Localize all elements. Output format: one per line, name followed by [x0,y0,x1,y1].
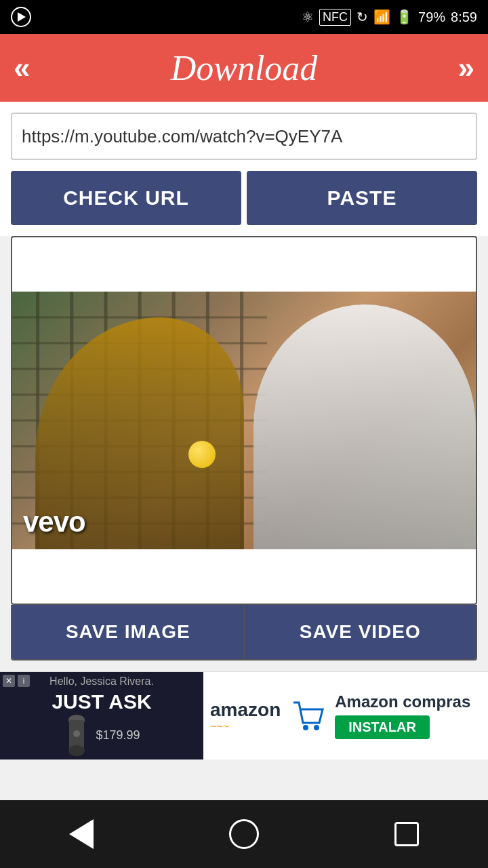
status-bar-left [11,7,31,27]
navigation-bar [0,800,488,868]
back-arrow-icon [69,819,94,849]
battery-percent: 79% [418,9,445,25]
save-video-button[interactable]: SAVE VIDEO [245,605,476,659]
bluetooth-icon: ⚛ [302,9,314,25]
svg-point-18 [68,745,85,756]
play-icon [11,7,31,27]
svg-point-21 [314,725,319,730]
time-display: 8:59 [451,9,477,25]
svg-point-20 [303,725,308,730]
ad-banner: ✕ i Hello, Jessica Rivera. JUST ASK $179… [0,671,488,760]
battery-icon: 🔋 [396,9,413,25]
ad-left-section: ✕ i Hello, Jessica Rivera. JUST ASK $179… [0,672,203,760]
nav-recents-button[interactable] [386,814,427,854]
ad-controls: ✕ i [3,675,30,687]
ball [188,441,216,468]
recents-square-icon [394,822,419,846]
echo-device-icon [63,713,90,757]
just-ask-label: JUST ASK [52,690,151,713]
amazon-smile-icon: ~~~ [210,721,229,733]
rotate-icon: ↻ [357,9,368,25]
video-thumbnail: vevo [12,292,476,549]
nav-home-button[interactable] [224,814,264,854]
wifi-icon: 📶 [373,9,390,25]
app-header: « Download » [0,34,488,102]
video-top-bar [12,237,476,292]
url-input[interactable] [11,113,477,160]
echo-price: $179.99 [96,728,140,743]
check-url-button[interactable]: CHECK URL [11,171,241,225]
page-title: Download [171,48,318,88]
cart-icon-area [287,696,328,736]
amazon-logo-area: amazon ~~~ [210,699,281,733]
ad-close-icon[interactable]: ✕ [3,675,15,687]
ad-right-section: amazon ~~~ Amazon compras INSTALAR [203,672,488,760]
save-image-button[interactable]: SAVE IMAGE [12,605,245,659]
ad-info-icon[interactable]: i [18,675,30,687]
video-bottom-bar [12,549,476,604]
home-circle-icon [229,819,259,849]
svg-point-19 [73,730,80,737]
shopping-cart-icon [291,699,325,733]
nav-back-button[interactable] [61,814,102,854]
action-buttons-row: CHECK URL PASTE [0,171,488,236]
amazon-compras-label: Amazon compras [335,692,470,711]
ad-hello-text: Hello, Jessica Rivera. [49,675,154,688]
status-bar-right: ⚛ NFC ↻ 📶 🔋 79% 8:59 [302,9,477,26]
amazon-brand: amazon [210,699,281,721]
url-container [0,102,488,171]
ad-right-content: Amazon compras INSTALAR [335,692,470,739]
nfc-icon: NFC [319,9,351,26]
status-bar: ⚛ NFC ↻ 📶 🔋 79% 8:59 [0,0,488,34]
paste-button[interactable]: PASTE [247,171,477,225]
forward-button[interactable]: » [458,53,474,83]
vevo-logo: vevo [23,506,85,538]
figure-right [253,304,476,549]
video-preview-container: vevo [11,236,477,605]
instalar-button[interactable]: INSTALAR [335,715,430,739]
save-buttons-row: SAVE IMAGE SAVE VIDEO [11,605,477,660]
back-button[interactable]: « [14,53,30,83]
